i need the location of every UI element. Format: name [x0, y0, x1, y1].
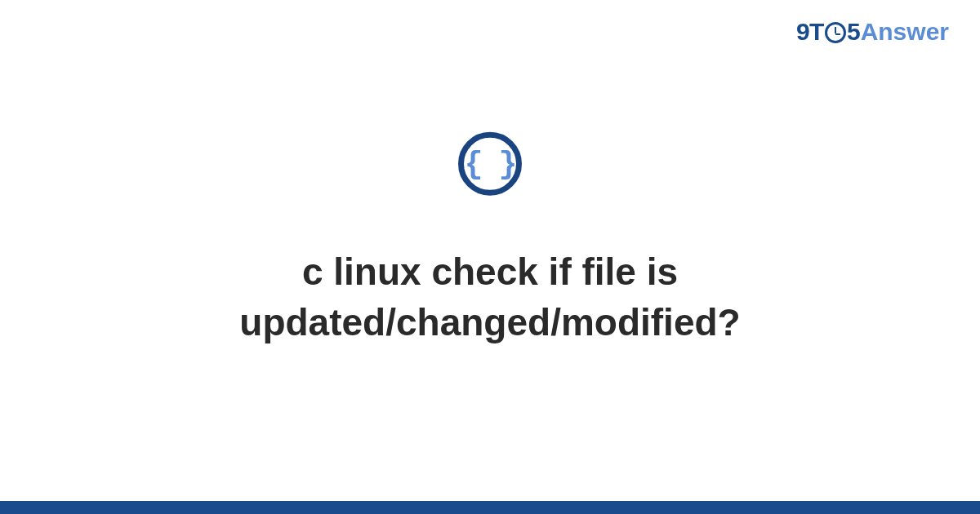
title-line-1: c linux check if file is [49, 246, 931, 297]
logo-text-5: 5 [847, 18, 861, 46]
page-title: c linux check if file is updated/changed… [0, 246, 980, 348]
logo-text-answer: Answer [861, 18, 949, 46]
footer-bar [0, 501, 980, 514]
code-braces-icon: { } [458, 132, 522, 196]
site-logo[interactable]: 9T 5 Answer [796, 18, 949, 46]
main-content: { } c linux check if file is updated/cha… [0, 132, 980, 348]
title-line-2: updated/changed/modified? [49, 297, 931, 348]
braces-glyph: { } [465, 146, 515, 181]
clock-icon [825, 22, 846, 43]
logo-text-9t: 9T [796, 18, 824, 46]
